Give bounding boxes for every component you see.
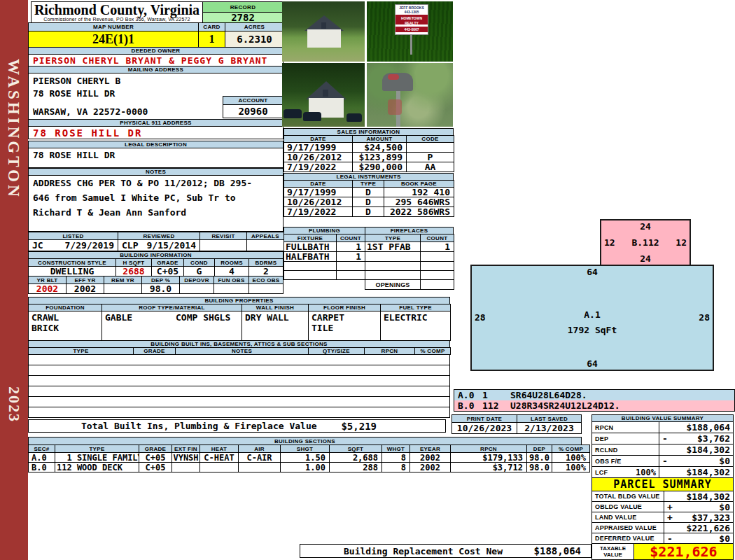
roof-type-value: GABLE [105,312,132,323]
map-value-row: 24E(1)1 1 6.2310 [28,31,284,48]
realty-sign: JEFF BROOKS 443-1305 HOMETOWN REALTY 443… [395,4,428,35]
sales-amount: $123,899 [352,152,407,162]
bvs-value: $184,302 [686,444,730,455]
ps-row-label: APPRAISED VALUE [592,522,664,533]
bs-comp: 100% [552,462,590,472]
taxable-label-line-1: TAXABLE [600,545,626,552]
fixture-empty [284,270,337,280]
photo-1-house-window [321,22,326,29]
bs-type: 1 SINGLE FAMILY [55,452,139,463]
fixture-value: HALFBATH [284,251,337,262]
parcel-summary-row: APPRAISED VALUE $221,626 [592,522,734,533]
replacement-cost-value: $188,064 [534,545,581,556]
bs-heat [200,462,239,472]
bvs-row-label-cell: LCF 100% [592,466,659,478]
photo-3-car-3 [346,113,362,122]
realty-sign-agent-phone: 443-1305 [396,10,428,14]
ps-value: $184,302 [686,491,730,502]
bs-sqft: 288 [329,462,382,472]
bs-whgt: 8 [382,452,410,463]
legal-instrument-row: 10/26/2012 D 295 646WRS [284,197,454,207]
revisit-value [200,239,247,251]
replacement-cost-label: Building Replacement Cost New [344,546,503,556]
building-info-value-row-2: 2002 2002 98.0 [28,284,284,294]
ps-op: + [667,512,673,523]
grade-value: C+05 [151,266,184,276]
wall-finish-value: DRY WALL [241,311,309,341]
sketch-a-dim-bottom: 64 [472,358,713,369]
record-label: RECORD [202,1,284,13]
ps-row-value-cell: $184,302 [664,491,734,502]
li-bookpage: 2022 586WRS [384,206,454,217]
realty-sign-phone: 443-0067 [396,27,428,32]
bs-grade: C+05 [139,462,172,472]
li-date: 9/17/1999 [284,187,353,197]
built-ins-empty-row [28,396,450,407]
floor-finish-2: TILE [312,323,333,333]
legal-instrument-row: 7/19/2022 D 2022 586WRS [284,206,454,217]
mailing-line-3: WARSAW, VA 22572-0000 [33,106,148,117]
deeded-owner-value: PIERSON CHERYL BRYANT & PEGGY G BRYANT [28,54,284,66]
parcel-summary-row: OBLDG VALUE + $0 [592,501,734,512]
reviewed-date: 9/15/2014 [147,240,196,251]
bs-sec: A.0 [28,452,55,463]
sketch-a-label: A.1 [472,309,713,320]
sketch-vector-row-a: A.0 1 SR64U28L64D28. [454,390,734,400]
fixture-count: 1 [336,241,365,252]
ecoobs-value [248,284,284,294]
photo-3-car-2 [303,112,321,121]
parcel-summary-label: PARCEL SUMMARY [592,477,734,491]
property-photo-4[interactable] [367,63,453,127]
photo-1-house-body [307,29,341,48]
district-vertical-label: WASHINGTON [4,59,22,200]
sales-code: P [406,152,454,162]
realty-sign-agent: JEFF BROOKS [396,5,428,10]
construction-style-value: DWELLING [28,266,116,276]
replacement-cost-row: Building Replacement Cost New $188,064 [300,544,592,558]
bvs-op: - [662,433,668,444]
realty-sign-name: HOMETOWN REALTY [396,15,428,24]
built-ins-empty-row [28,386,450,397]
fireplace-type: 1ST PFAB [365,241,421,252]
property-photo-2[interactable]: JEFF BROOKS 443-1305 HOMETOWN REALTY 443… [367,1,453,62]
property-photo-3[interactable] [282,63,365,127]
openings-value [420,279,454,290]
bs-comp: 100% [552,452,590,463]
sales-date: 9/17/1999 [284,142,353,153]
vector-sec: A.0 [454,390,482,400]
sketch-a-dim-top: 64 [472,267,713,277]
bvs-row: LCF 100% $184,302 [592,466,734,478]
bs-extfin: VYNSH [172,452,200,463]
effyr-value: 2002 [66,284,104,294]
building-section-row: B.0 112 WOOD DECK C+05 1.00 288 8 2002 $… [28,462,590,472]
fireplace-type-empty [365,270,421,280]
bvs-row-value-cell: $184,302 [659,444,734,456]
property-photo-1[interactable] [282,1,365,62]
photo-4-haze [367,63,453,127]
foundation-value-2: BRICK [31,323,59,333]
foundation-value-1: CRAWL [31,312,59,323]
plumbing-fireplace-row: HALFBATH 1 [284,251,454,262]
depovr-value [179,284,214,294]
bs-extfin [172,462,200,472]
notes-line-3: Richard T & Jean Ann Sanford [33,207,186,218]
sketch-vector-table: A.0 1 SR64U28L64D28. B.0 112 U28R34SR24U… [454,389,735,412]
sketch-b-label: B.112 [601,237,690,248]
plumbing-fireplace-row: FULLBATH 1 1ST PFAB 1 [284,241,454,252]
bvs-row: RCLND $184,302 [592,444,734,456]
ps-value: $0 [719,502,730,512]
built-ins-empty-row [28,365,450,376]
wall-finish-text: DRY WALL [245,312,289,323]
bvs-lcf-pct: 100% [636,468,656,477]
bvs-row-label: RCLND [592,444,659,456]
sales-code [406,142,454,153]
fireplace-count-empty [420,251,454,262]
legal-description-value: 78 ROSE HILL DR [33,150,115,160]
card-value: 1 [198,31,225,48]
bvs-row-label: RPCN [592,421,659,433]
taxable-label-line-2: VALUE [603,552,622,558]
bvs-value: $188,064 [686,422,730,433]
bvs-row: DEP - $3,762 [592,433,734,444]
vector-path: SR64U28L64D28. [510,390,587,400]
bvs-value: $184,302 [686,467,730,477]
